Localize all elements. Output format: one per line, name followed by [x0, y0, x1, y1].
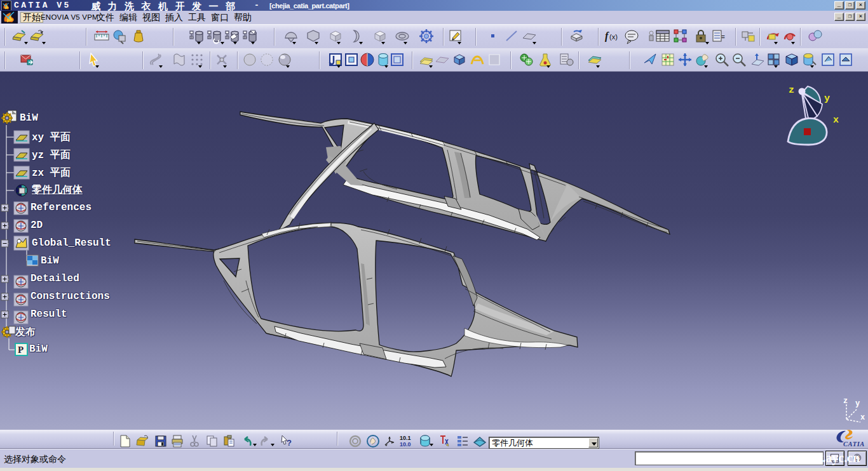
svg-text:y: y — [855, 399, 860, 408]
svg-text:?: ? — [287, 438, 292, 448]
svg-text:(x): (x) — [609, 33, 618, 41]
svg-text:z: z — [843, 397, 848, 406]
svg-text:f: f — [605, 30, 609, 42]
svg-text:z: z — [789, 85, 794, 96]
svg-text:x: x — [860, 413, 865, 422]
svg-text:10.0: 10.0 — [400, 441, 411, 448]
svg-text:CATIA: CATIA — [843, 441, 865, 448]
svg-text:x: x — [833, 115, 839, 126]
svg-text:10.1: 10.1 — [400, 435, 411, 441]
svg-text:=: = — [721, 34, 725, 41]
svg-text:y: y — [824, 93, 830, 104]
svg-text:P: P — [18, 345, 24, 355]
